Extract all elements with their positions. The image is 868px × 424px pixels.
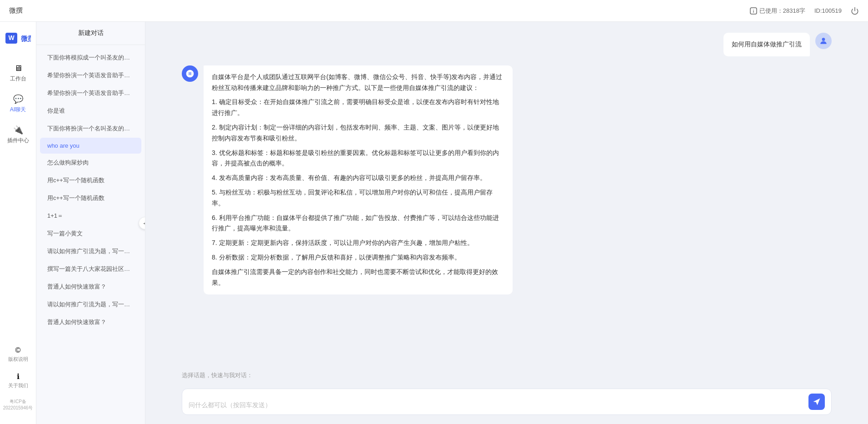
- sidebar-item-aichat[interactable]: 💬 AI聊天: [4, 90, 32, 118]
- conversation-item-10[interactable]: 1+1＝: [40, 207, 141, 224]
- workbench-icon: 🖥: [14, 64, 22, 73]
- chat-area: 如何用自媒体做推广引流自媒体平台是个人或团队通过互联网平台(如博客、微博、微信公…: [145, 22, 868, 424]
- topbar: 微撰 i 已使用：28318字 ID:100519: [0, 0, 868, 22]
- logo-icon: W 微撰: [5, 31, 31, 45]
- about-label: 关于我们: [8, 382, 28, 389]
- aichat-label: AI聊天: [10, 106, 26, 114]
- conversation-item-13[interactable]: 撰写一篇关于八大家花园社区一刻钟便民生...: [40, 260, 141, 278]
- conversation-item-2[interactable]: 希望你扮演一个英语发音助手，我提供给你...: [40, 67, 141, 84]
- topbar-title: 微撰: [9, 6, 23, 15]
- svg-text:W: W: [8, 34, 15, 41]
- new-chat-button[interactable]: 新建对话: [36, 22, 145, 45]
- plugin-label: 插件中心: [7, 137, 29, 145]
- nav-items: 🖥 工作台 💬 AI聊天 🔌 插件中心: [0, 59, 36, 149]
- conversation-item-4[interactable]: 你是谁: [40, 102, 141, 120]
- id-text: ID:100519: [814, 7, 842, 14]
- conversation-item-6[interactable]: who are you: [40, 138, 141, 154]
- icp-text: 粤ICP备2022015946号: [0, 395, 36, 415]
- message-row-1: 如何用自媒体做推广引流: [182, 33, 832, 56]
- about-icon: ℹ: [17, 372, 20, 381]
- info-icon: i: [750, 7, 757, 15]
- power-icon[interactable]: [851, 7, 859, 15]
- plugin-icon: 🔌: [13, 125, 23, 135]
- conversation-list: 下面你将模拟成一个叫圣友的程序员，我说...希望你扮演一个英语发音助手，我提供给…: [36, 45, 145, 424]
- ai-avatar: [182, 65, 198, 82]
- conversation-item-11[interactable]: 写一篇小黄文: [40, 225, 141, 242]
- topbar-right: i 已使用：28318字 ID:100519: [750, 7, 859, 15]
- usage-text: 已使用：28318字: [759, 7, 805, 15]
- copyright-label: 版权说明: [8, 356, 28, 363]
- svg-point-6: [822, 38, 825, 41]
- copyright-icon: ©: [15, 346, 21, 354]
- conversation-item-7[interactable]: 怎么做狗屎炒肉: [40, 154, 141, 171]
- sidebar-item-workbench[interactable]: 🖥 工作台: [4, 59, 32, 87]
- message-row-2: 自媒体平台是个人或团队通过互联网平台(如博客、微博、微信公众号、抖音、快手等)发…: [182, 65, 832, 295]
- copyright-item[interactable]: © 版权说明: [4, 343, 32, 366]
- quick-label: 选择话题，快速与我对话：: [145, 366, 868, 383]
- message-bubble-1: 如何用自媒体做推广引流: [723, 33, 810, 56]
- conversation-item-3[interactable]: 希望你扮演一个英语发音助手，我提供给你...: [40, 85, 141, 102]
- message-bubble-2: 自媒体平台是个人或团队通过互联网平台(如博客、微博、微信公众号、抖音、快手等)发…: [204, 65, 513, 295]
- main-layout: W 微撰 🖥 工作台 💬 AI聊天 🔌 插件中心 © 版权说明: [0, 22, 868, 424]
- sidebar: 新建对话 下面你将模拟成一个叫圣友的程序员，我说...希望你扮演一个英语发音助手…: [36, 22, 145, 424]
- conversation-item-5[interactable]: 下面你将扮演一个名叫圣友的医生: [40, 120, 141, 137]
- svg-text:微撰: 微撰: [20, 35, 31, 42]
- conversation-item-9[interactable]: 用c++写一个随机函数: [40, 190, 141, 207]
- aichat-icon: 💬: [13, 94, 23, 104]
- conversation-item-1[interactable]: 下面你将模拟成一个叫圣友的程序员，我说...: [40, 49, 141, 66]
- usage-indicator: i 已使用：28318字: [750, 7, 805, 15]
- sidebar-item-plugin[interactable]: 🔌 插件中心: [4, 120, 32, 149]
- logo-area: W 微撰: [5, 31, 31, 45]
- nav-bottom: © 版权说明 ℹ 关于我们 粤ICP备2022015946号: [0, 343, 36, 415]
- conversation-item-8[interactable]: 用c++写一个随机函数: [40, 172, 141, 189]
- send-button[interactable]: [808, 394, 825, 410]
- chat-messages: 如何用自媒体做推广引流自媒体平台是个人或团队通过互联网平台(如博客、微博、微信公…: [145, 22, 868, 366]
- svg-text:i: i: [753, 9, 754, 13]
- about-item[interactable]: ℹ 关于我们: [4, 369, 32, 393]
- conversation-item-15[interactable]: 请以如何推广引流为题，写一篇大纲: [40, 296, 141, 313]
- conversation-item-12[interactable]: 请以如何推广引流为题，写一篇大纲: [40, 243, 141, 260]
- user-avatar: [815, 33, 832, 49]
- input-area: [145, 383, 868, 424]
- workbench-label: 工作台: [10, 75, 26, 83]
- chat-input[interactable]: [189, 400, 804, 410]
- send-icon: [813, 398, 821, 406]
- input-box: [182, 389, 832, 415]
- conversation-item-14[interactable]: 普通人如何快速致富？: [40, 278, 141, 295]
- conversation-item-16[interactable]: 普通人如何快速致富？: [40, 314, 141, 331]
- left-nav: W 微撰 🖥 工作台 💬 AI聊天 🔌 插件中心 © 版权说明: [0, 22, 36, 424]
